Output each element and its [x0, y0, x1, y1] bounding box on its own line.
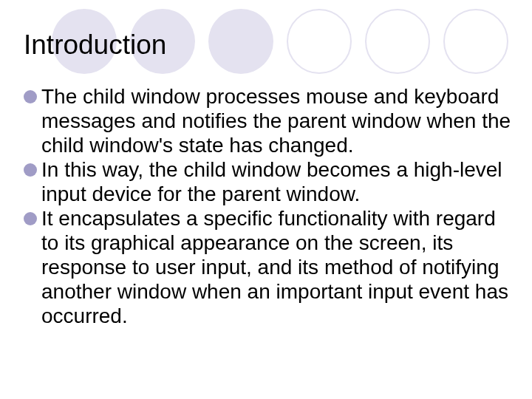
slide-title: Introduction	[24, 30, 166, 61]
decorative-circle	[443, 9, 508, 74]
decorative-circle	[208, 9, 273, 74]
slide-content: The child window processes mouse and key…	[24, 84, 514, 328]
bullet-item: It encapsulates a specific functionality…	[24, 206, 514, 328]
bullet-item: The child window processes mouse and key…	[24, 84, 514, 157]
bullet-text: The child window processes mouse and key…	[41, 84, 514, 157]
decorative-circle	[287, 9, 352, 74]
bullet-icon	[24, 90, 37, 103]
bullet-icon	[24, 212, 37, 225]
bullet-item: In this way, the child window becomes a …	[24, 157, 514, 206]
decorative-circle	[365, 9, 430, 74]
bullet-text: It encapsulates a specific functionality…	[41, 206, 514, 328]
bullet-text: In this way, the child window becomes a …	[41, 157, 514, 206]
bullet-icon	[24, 163, 37, 177]
